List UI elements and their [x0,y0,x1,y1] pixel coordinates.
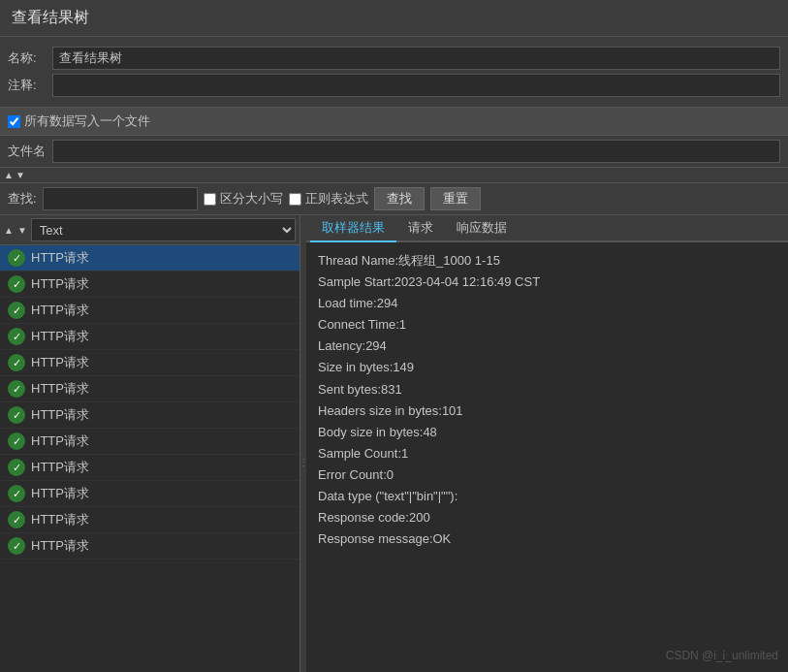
case-sensitive-option[interactable]: 区分大小写 [204,190,283,208]
page-title: 查看结果树 [12,9,89,25]
list-item[interactable]: ✓ HTTP请求 [0,455,299,481]
item-label: HTTP请求 [31,511,89,528]
status-icon: ✓ [8,354,25,371]
comment-label: 注释: [8,77,47,94]
list-item[interactable]: ✓ HTTP请求 [0,350,299,376]
status-icon: ✓ [8,275,25,293]
status-icon: ✓ [8,511,25,528]
item-label: HTTP请求 [31,328,89,345]
list-item[interactable]: ✓ HTTP请求 [0,324,299,350]
regex-checkbox[interactable] [289,193,301,206]
list-item[interactable]: ✓ HTTP请求 [0,245,299,272]
tab-response-data[interactable]: 响应数据 [445,215,519,242]
title-bar: 查看结果树 [0,0,788,37]
list-item[interactable]: ✓ HTTP请求 [0,402,299,429]
status-icon: ✓ [8,302,25,319]
item-label: HTTP请求 [31,275,89,293]
status-icon: ✓ [8,432,25,450]
item-label: HTTP请求 [31,302,89,319]
case-sensitive-checkbox[interactable] [204,193,216,206]
item-label: HTTP请求 [31,406,89,424]
status-icon: ✓ [8,406,25,424]
file-label: 文件名 [8,143,47,160]
item-label: HTTP请求 [31,249,89,267]
list-item[interactable]: ✓ HTTP请求 [0,429,299,455]
status-icon: ✓ [8,328,25,345]
item-label: HTTP请求 [31,380,89,398]
regex-option[interactable]: 正则表达式 [289,190,368,208]
type-select[interactable]: Text JSON XML HTML [31,218,296,241]
search-button[interactable]: 查找 [374,187,425,210]
body-size: Body size in bytes:48 [318,422,776,443]
down-arrow-icon[interactable]: ▼ [16,170,25,180]
item-label: HTTP请求 [31,354,89,371]
status-icon: ✓ [8,459,25,476]
status-icon: ✓ [8,249,25,267]
list-item[interactable]: ✓ HTTP请求 [0,376,299,402]
connect-time: Connect Time:1 [318,314,776,336]
reset-button[interactable]: 重置 [430,187,481,210]
item-label: HTTP请求 [31,537,89,555]
all-data-checkbox[interactable] [8,115,20,128]
regex-label: 正则表达式 [305,190,368,208]
request-list: ✓ HTTP请求 ✓ HTTP请求 ✓ HTTP请求 ✓ HTTP请求 ✓ HT… [0,245,299,672]
status-icon: ✓ [8,537,25,555]
status-icon: ✓ [8,485,25,502]
sample-count: Sample Count:1 [318,443,776,464]
tab-sampler-result[interactable]: 取样器结果 [310,215,396,242]
file-input[interactable] [52,140,780,163]
status-icon: ✓ [8,380,25,398]
list-item[interactable]: ✓ HTTP请求 [0,298,299,324]
thread-name: Thread Name:线程组_1000 1-15 [318,250,776,272]
comment-input[interactable] [52,74,780,97]
name-label: 名称: [8,49,47,67]
tab-request[interactable]: 请求 [396,215,445,242]
size-bytes: Size in bytes:149 [318,357,776,378]
tabs-bar: 取样器结果 请求 响应数据 [306,215,788,242]
item-label: HTTP请求 [31,459,89,476]
load-time: Load time:294 [318,293,776,314]
file-checkbox-label: 所有数据写入一个文件 [24,112,150,130]
error-count: Error Count:0 [318,464,776,486]
up-arrow2-icon[interactable]: ▲ [4,225,14,236]
watermark: CSDN @i_i_unlimited [666,649,778,662]
response-message: Response message:OK [318,528,776,550]
search-input[interactable] [43,187,198,210]
search-label: 查找: [8,190,37,208]
response-code: Response code:200 [318,507,776,528]
down-arrow2-icon[interactable]: ▼ [17,225,27,236]
headers-size: Headers size in bytes:101 [318,400,776,422]
data-type: Data type ("text"|"bin"|""): [318,486,776,507]
list-item[interactable]: ✓ HTTP请求 [0,533,299,560]
collapse-row-1: ▲ ▼ [0,168,788,183]
sample-start: Sample Start:2023-04-04 12:16:49 CST [318,272,776,293]
case-sensitive-label: 区分大小写 [220,190,283,208]
list-item[interactable]: ✓ HTTP请求 [0,507,299,533]
name-input[interactable] [52,47,780,70]
sent-bytes: Sent bytes:831 [318,379,776,400]
up-arrow-icon[interactable]: ▲ [4,170,14,180]
item-label: HTTP请求 [31,485,89,502]
list-item[interactable]: ✓ HTTP请求 [0,481,299,507]
latency: Latency:294 [318,336,776,357]
result-content: Thread Name:线程组_1000 1-15 Sample Start:2… [306,242,788,672]
item-label: HTTP请求 [31,432,89,450]
list-item[interactable]: ✓ HTTP请求 [0,272,299,298]
